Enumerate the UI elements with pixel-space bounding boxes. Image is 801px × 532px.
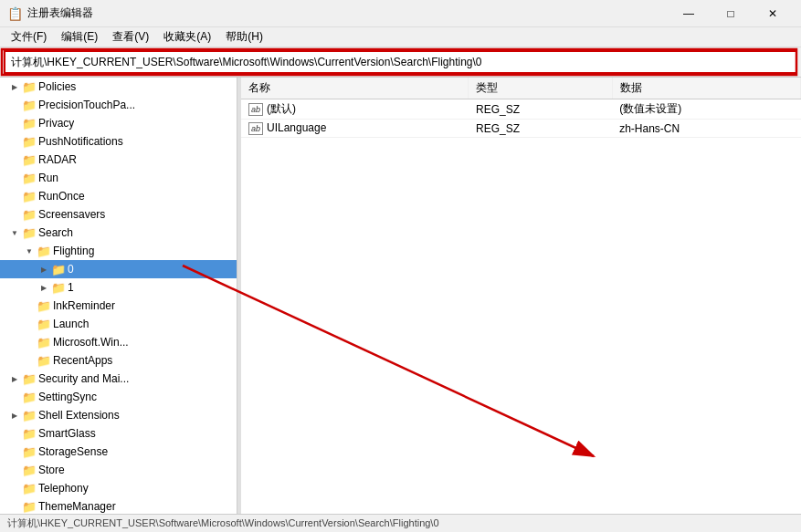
tree-label-run: Run bbox=[38, 172, 58, 184]
folder-icon-privacy: 📁 bbox=[22, 116, 37, 130]
tree-item-securityandmail[interactable]: 📁Security and Mai... bbox=[0, 370, 237, 388]
close-button[interactable]: ✕ bbox=[752, 0, 794, 27]
tree-item-search[interactable]: 📁Search bbox=[0, 224, 237, 242]
status-bar: 计算机\HKEY_CURRENT_USER\Software\Microsoft… bbox=[0, 514, 801, 532]
menu-item-h[interactable]: 帮助(H) bbox=[218, 27, 270, 47]
address-bar[interactable]: 计算机\HKEY_CURRENT_USER\Software\Microsoft… bbox=[4, 50, 797, 74]
tree-item-settingsync[interactable]: 📁SettingSync bbox=[0, 388, 237, 406]
folder-icon-telephony: 📁 bbox=[22, 481, 37, 495]
tree-arrow-policies[interactable] bbox=[7, 79, 22, 94]
tree-item-privacy[interactable]: 📁Privacy bbox=[0, 114, 237, 132]
tree-label-screensavers: Screensavers bbox=[38, 208, 105, 221]
tree-label-launch: Launch bbox=[53, 318, 89, 330]
tree-arrow-flighting[interactable] bbox=[22, 244, 37, 258]
cell-name: abUILanguage bbox=[241, 120, 469, 138]
tree-label-policies: Policies bbox=[38, 80, 76, 93]
tree-label-telephony: Telephony bbox=[38, 482, 89, 495]
folder-icon-runonce: 📁 bbox=[22, 189, 37, 203]
folder-icon-securityandmail: 📁 bbox=[22, 371, 37, 386]
tree-label-thememanager: ThemeManager bbox=[38, 500, 116, 513]
reg-icon: ab bbox=[248, 103, 263, 116]
tree-label-flighting: Flighting bbox=[53, 245, 94, 257]
cell-type: REG_SZ bbox=[469, 99, 612, 120]
tree-item-telephony[interactable]: 📁Telephony bbox=[0, 479, 237, 497]
tree-item-one[interactable]: 📁1 bbox=[0, 278, 237, 297]
tree-item-runonce[interactable]: 📁RunOnce bbox=[0, 187, 237, 205]
tree-item-radar[interactable]: 📁RADAR bbox=[0, 151, 237, 169]
address-text: 计算机\HKEY_CURRENT_USER\Software\Microsoft… bbox=[11, 55, 482, 70]
folder-icon-shellextensions: 📁 bbox=[22, 408, 37, 422]
tree-item-shellextensions[interactable]: 📁Shell Extensions bbox=[0, 406, 237, 424]
folder-icon-recentapps: 📁 bbox=[37, 353, 51, 368]
tree-item-zero[interactable]: 📁0 bbox=[0, 260, 237, 278]
address-bar-wrapper: 计算机\HKEY_CURRENT_USER\Software\Microsoft… bbox=[0, 50, 801, 74]
menu-item-f[interactable]: 文件(F) bbox=[4, 27, 54, 47]
tree-label-privacy: Privacy bbox=[38, 117, 74, 130]
tree-label-radar: RADAR bbox=[38, 153, 77, 166]
title-bar: 📋 注册表编辑器 — □ ✕ bbox=[0, 0, 801, 27]
tree-label-settingsync: SettingSync bbox=[38, 391, 97, 403]
tree-label-search: Search bbox=[38, 226, 73, 239]
menu-item-a[interactable]: 收藏夹(A) bbox=[156, 27, 218, 47]
window-title: 注册表编辑器 bbox=[27, 5, 93, 21]
data-table: 名称 类型 数据 ab(默认)REG_SZ(数值未设置)abUILanguage… bbox=[241, 78, 801, 138]
cell-type: REG_SZ bbox=[469, 120, 612, 138]
folder-icon-launch: 📁 bbox=[37, 317, 51, 331]
col-type[interactable]: 类型 bbox=[469, 78, 612, 99]
menu-bar: 文件(F)编辑(E)查看(V)收藏夹(A)帮助(H) bbox=[0, 27, 801, 47]
cell-data: zh-Hans-CN bbox=[612, 120, 800, 138]
tree-label-recentapps: RecentApps bbox=[53, 354, 112, 367]
tree-item-inkreminder[interactable]: 📁InkReminder bbox=[0, 297, 237, 315]
folder-icon-policies: 📁 bbox=[22, 79, 37, 94]
tree-label-microsoftwin: Microsoft.Win... bbox=[53, 336, 129, 349]
tree-item-run[interactable]: 📁Run bbox=[0, 169, 237, 187]
tree-label-store: Store bbox=[38, 464, 65, 476]
tree-item-store[interactable]: 📁Store bbox=[0, 461, 237, 479]
tree-item-thememanager[interactable]: 📁ThemeManager bbox=[0, 497, 237, 514]
minimize-button[interactable]: — bbox=[668, 0, 710, 27]
folder-icon-radar: 📁 bbox=[22, 152, 37, 167]
tree-item-policies[interactable]: 📁Policies bbox=[0, 78, 237, 96]
tree-item-launch[interactable]: 📁Launch bbox=[0, 315, 237, 333]
maximize-button[interactable]: □ bbox=[710, 0, 752, 27]
cell-data: (数值未设置) bbox=[612, 99, 800, 120]
table-row[interactable]: abUILanguageREG_SZzh-Hans-CN bbox=[241, 120, 801, 138]
tree-arrow-zero[interactable] bbox=[37, 262, 51, 276]
tree-label-securityandmail: Security and Mai... bbox=[38, 372, 129, 385]
folder-icon-smartglass: 📁 bbox=[22, 426, 37, 441]
tree-item-precisiontouchpad[interactable]: 📁PrecisionTouchPa... bbox=[0, 96, 237, 114]
menu-item-e[interactable]: 编辑(E) bbox=[54, 27, 105, 47]
tree-arrow-shellextensions[interactable] bbox=[7, 408, 22, 422]
tree-item-recentapps[interactable]: 📁RecentApps bbox=[0, 351, 237, 370]
folder-icon-pushnotifications: 📁 bbox=[22, 134, 37, 149]
folder-icon-store: 📁 bbox=[22, 463, 37, 477]
tree-arrow-search[interactable] bbox=[7, 225, 22, 240]
menu-item-v[interactable]: 查看(V) bbox=[105, 27, 156, 47]
folder-icon-precisiontouchpad: 📁 bbox=[22, 98, 37, 112]
cell-name: ab(默认) bbox=[241, 99, 469, 120]
folder-icon-storagesense: 📁 bbox=[22, 444, 37, 459]
tree-panel: 📁Policies📁PrecisionTouchPa...📁Privacy📁Pu… bbox=[0, 78, 237, 514]
folder-icon-zero: 📁 bbox=[51, 262, 66, 276]
tree-label-runonce: RunOnce bbox=[38, 190, 85, 203]
tree-scroll[interactable]: 📁Policies📁PrecisionTouchPa...📁Privacy📁Pu… bbox=[0, 78, 237, 514]
folder-icon-screensavers: 📁 bbox=[22, 207, 37, 222]
tree-item-flighting[interactable]: 📁Flighting bbox=[0, 242, 237, 260]
tree-item-pushnotifications[interactable]: 📁PushNotifications bbox=[0, 132, 237, 151]
folder-icon-settingsync: 📁 bbox=[22, 390, 37, 404]
tree-item-screensavers[interactable]: 📁Screensavers bbox=[0, 205, 237, 224]
tree-label-precisiontouchpad: PrecisionTouchPa... bbox=[38, 99, 135, 111]
col-data[interactable]: 数据 bbox=[612, 78, 800, 99]
tree-item-smartglass[interactable]: 📁SmartGlass bbox=[0, 424, 237, 443]
tree-item-storagesense[interactable]: 📁StorageSense bbox=[0, 443, 237, 461]
folder-icon-thememanager: 📁 bbox=[22, 499, 37, 514]
tree-arrow-securityandmail[interactable] bbox=[7, 371, 22, 386]
main-area: 📁Policies📁PrecisionTouchPa...📁Privacy📁Pu… bbox=[0, 77, 801, 514]
col-name[interactable]: 名称 bbox=[241, 78, 469, 99]
tree-item-microsoftwin[interactable]: 📁Microsoft.Win... bbox=[0, 333, 237, 351]
tree-arrow-one[interactable] bbox=[37, 280, 51, 295]
table-row[interactable]: ab(默认)REG_SZ(数值未设置) bbox=[241, 99, 801, 120]
right-panel: 名称 类型 数据 ab(默认)REG_SZ(数值未设置)abUILanguage… bbox=[241, 78, 801, 514]
tree-label-smartglass: SmartGlass bbox=[38, 427, 96, 440]
folder-icon-run: 📁 bbox=[22, 171, 37, 185]
